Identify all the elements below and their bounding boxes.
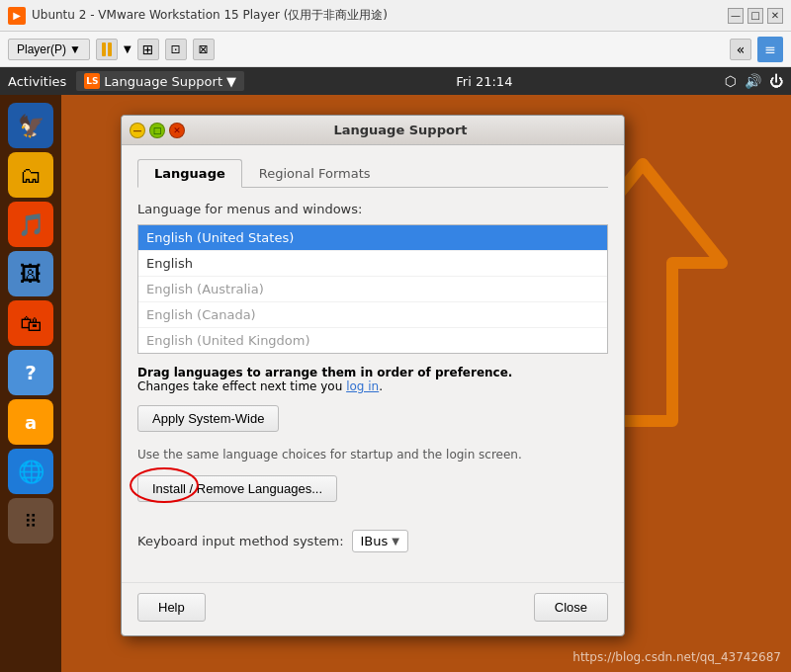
language-support-dropdown-arrow: ▼ xyxy=(226,74,236,89)
ubuntu-taskbar: Activities LS Language Support ▼ Fri 21:… xyxy=(0,67,791,95)
activities-button[interactable]: Activities xyxy=(8,74,66,89)
dock-item-store[interactable]: 🛍 xyxy=(8,300,53,346)
apply-system-wide-button[interactable]: Apply System-Wide xyxy=(137,405,279,432)
pause-bar-right xyxy=(108,42,112,56)
vmware-title: Ubuntu 2 - VMware Workstation 15 Player … xyxy=(32,7,728,24)
unity-button[interactable]: ⊠ xyxy=(193,39,215,60)
volume-icon[interactable]: 🔊 xyxy=(745,73,761,89)
language-support-app-label: Language Support xyxy=(104,74,222,89)
dialog-maximize-button[interactable]: □ xyxy=(149,123,165,138)
go-back-button[interactable]: « xyxy=(730,39,751,60)
dock-item-files[interactable]: 🗂 xyxy=(8,152,53,198)
pause-bar-left xyxy=(102,42,106,56)
taskbar-system-icons: ⬡ 🔊 ⏻ xyxy=(725,73,783,89)
dock-item-photos[interactable]: 🖼 xyxy=(8,251,53,296)
send-ctrl-alt-del-button[interactable]: ⊞ xyxy=(137,39,159,60)
language-section-label: Language for menus and windows: xyxy=(137,202,608,216)
keyboard-value: IBus xyxy=(361,534,389,548)
dock-item-browser[interactable]: 🌐 xyxy=(8,449,53,494)
dock-item-amazon[interactable]: a xyxy=(8,399,53,445)
apply-info-text: Use the same language choices for startu… xyxy=(137,448,608,462)
desktop-area: — □ ✕ Language Support Language Regional… xyxy=(61,95,791,672)
vmware-toolbar: Player(P) ▼ ▼ ⊞ ⊡ ⊠ « ≡ xyxy=(0,32,791,67)
console-view-button[interactable]: ≡ xyxy=(757,37,783,62)
toolbar-right: « ≡ xyxy=(730,37,783,62)
tab-regional-formats[interactable]: Regional Formats xyxy=(242,159,388,188)
drag-info-bold: Drag languages to arrange them in order … xyxy=(137,366,512,379)
drag-info-normal: Changes take effect next time you xyxy=(137,379,346,393)
close-button[interactable]: ✕ xyxy=(767,8,783,24)
taskbar-clock: Fri 21:14 xyxy=(456,74,512,89)
ubuntu-desktop: 🦅 🗂 🎵 🖼 🛍 ? a 🌐 ⠿ — □ ✕ Language Support xyxy=(0,95,791,672)
keyboard-label: Keyboard input method system: xyxy=(137,534,344,548)
dock-item-rhythmbox[interactable]: 🎵 xyxy=(8,202,53,247)
drag-info: Drag languages to arrange them in order … xyxy=(137,366,608,393)
minimize-button[interactable]: — xyxy=(728,8,744,24)
dialog-tabs: Language Regional Formats xyxy=(137,159,608,188)
dialog-window-controls: — □ ✕ xyxy=(130,123,185,138)
dock-item-apps[interactable]: ⠿ xyxy=(8,498,53,544)
keyboard-dropdown[interactable]: IBus ▼ xyxy=(352,530,408,552)
dialog-footer: Help Close xyxy=(122,582,624,635)
player-menu-button[interactable]: Player(P) ▼ xyxy=(8,39,90,60)
player-label: Player(P) xyxy=(17,42,66,56)
drag-info-period: . xyxy=(379,379,383,393)
install-remove-languages-button[interactable]: Install / Remove Languages... xyxy=(137,475,337,502)
language-support-dialog: — □ ✕ Language Support Language Regional… xyxy=(121,115,625,636)
maximize-button[interactable]: □ xyxy=(747,8,763,24)
network-icon[interactable]: ⬡ xyxy=(725,73,737,89)
apply-btn-row: Apply System-Wide xyxy=(137,405,608,440)
lang-item-english-uk[interactable]: English (United Kingdom) xyxy=(138,328,607,353)
lang-item-english-ca[interactable]: English (Canada) xyxy=(138,302,607,328)
close-dialog-button[interactable]: Close xyxy=(534,593,608,622)
tab-language[interactable]: Language xyxy=(137,159,242,188)
language-list: English (United States) English English … xyxy=(137,224,608,354)
fit-guest-button[interactable]: ⊡ xyxy=(165,39,187,60)
power-icon[interactable]: ⏻ xyxy=(769,73,783,89)
install-btn-container: Install / Remove Languages... xyxy=(137,475,337,516)
dock-item-help[interactable]: ? xyxy=(8,350,53,395)
login-link[interactable]: log in xyxy=(346,379,379,393)
window-controls: — □ ✕ xyxy=(728,8,783,24)
lang-item-english-us[interactable]: English (United States) xyxy=(138,225,607,251)
pause-button[interactable] xyxy=(96,39,118,60)
dialog-title: Language Support xyxy=(185,123,616,137)
player-dropdown-arrow: ▼ xyxy=(69,42,81,56)
url-watermark: https://blog.csdn.net/qq_43742687 xyxy=(572,650,781,664)
vmware-icon: ▶ xyxy=(8,7,26,25)
keyboard-input-row: Keyboard input method system: IBus ▼ xyxy=(137,530,608,552)
vmware-titlebar: ▶ Ubuntu 2 - VMware Workstation 15 Playe… xyxy=(0,0,791,32)
dialog-titlebar: — □ ✕ Language Support xyxy=(122,116,624,145)
keyboard-dropdown-arrow: ▼ xyxy=(392,536,399,546)
dialog-close-button[interactable]: ✕ xyxy=(169,123,185,138)
pause-dropdown-arrow[interactable]: ▼ xyxy=(124,43,132,54)
help-button[interactable]: Help xyxy=(137,593,206,622)
language-support-app-icon: LS xyxy=(84,73,100,89)
dock: 🦅 🗂 🎵 🖼 🛍 ? a 🌐 ⠿ xyxy=(0,95,61,672)
lang-item-english[interactable]: English xyxy=(138,251,607,277)
lang-item-english-au[interactable]: English (Australia) xyxy=(138,277,607,302)
language-support-taskbar-app[interactable]: LS Language Support ▼ xyxy=(76,71,244,91)
dialog-minimize-button[interactable]: — xyxy=(130,123,145,138)
dock-item-thunderbird[interactable]: 🦅 xyxy=(8,103,53,148)
dialog-content: Language Regional Formats Language for m… xyxy=(122,145,624,582)
